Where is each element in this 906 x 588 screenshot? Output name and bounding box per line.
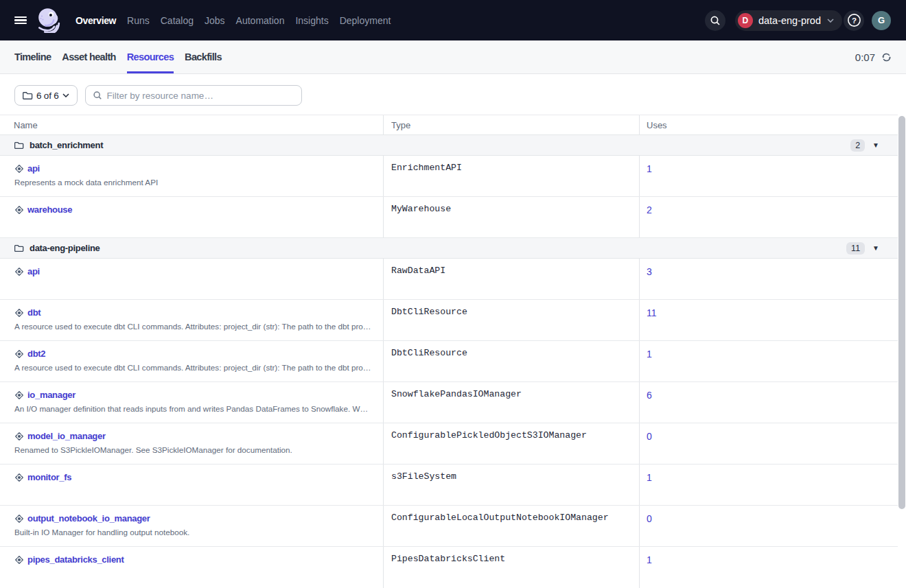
svg-text:?: ?	[851, 16, 856, 25]
